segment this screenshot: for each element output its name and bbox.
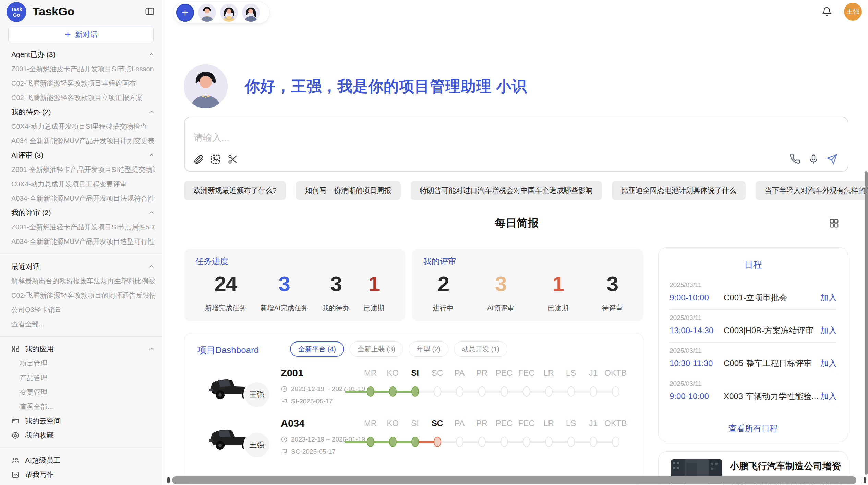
sidebar-item-change-mgmt[interactable]: 变更管理 (0, 385, 162, 399)
schedule-title: 日程 (659, 259, 848, 271)
suggestion-chip[interactable]: 如何写一份清晰的项目周报 (296, 181, 401, 200)
item-label: A034-全新新能源MUV产品开发项目造型可行性评审 (11, 237, 155, 246)
news-title: 小鹏飞行汽车制造公司增资 (730, 460, 841, 472)
chat-input[interactable] (194, 133, 708, 143)
milestone-dot (567, 386, 575, 397)
sidebar-item-creative-drawing[interactable]: 创意制图 (0, 482, 162, 485)
list-item[interactable]: Z001-全新燃油皮卡产品开发项目SI节点Lesson Learn报告 (0, 62, 162, 76)
sidebar-item-ai-super-staff[interactable]: AI超级员工 (0, 453, 162, 468)
view-all-chats[interactable]: 查看全部... (0, 317, 162, 331)
item-label: 解释最新出台的欧盟报废车法规再生塑料比例被调至15%... (11, 276, 155, 286)
tab-model-year[interactable]: 年型 (2) (409, 341, 448, 357)
attachment-icon[interactable] (193, 154, 204, 165)
item-label: C0X4-动力总成开发项目SI里程碑提交物检查 (11, 122, 147, 131)
list-item[interactable]: C02-飞腾新能源轻客改款项目的闭环通告反馈情况 (0, 288, 162, 302)
flag-icon (281, 398, 288, 405)
milestone-label: MR (359, 419, 382, 428)
agent-avatar-3[interactable] (242, 4, 260, 22)
list-item[interactable]: A034-全新新能源MUV产品开发项目计划变更表编写 (0, 134, 162, 148)
list-item[interactable]: 公司Q3轻卡销量 (0, 302, 162, 317)
view-all-schedule-link[interactable]: 查看所有日程 (659, 423, 848, 434)
project-code: Z001 (281, 368, 303, 379)
user-avatar[interactable]: 王强 (844, 3, 862, 21)
section-recent-chats[interactable]: 最近对话 (0, 259, 162, 274)
section-agent-done[interactable]: Agent已办 (3) (0, 47, 162, 62)
list-item[interactable]: A034-全新新能源MUV产品开发项目造型可行性评审 (0, 234, 162, 249)
event-time: 10:30-11:30 (670, 359, 724, 368)
stat: 3我的待办 (322, 272, 350, 313)
vertical-scrollbar-thumb[interactable] (865, 171, 868, 475)
join-link[interactable]: 加入 (820, 292, 837, 303)
microphone-icon[interactable] (808, 154, 819, 165)
send-icon[interactable] (827, 154, 837, 165)
sidebar-item-project-mgmt[interactable]: 项目管理 (0, 356, 162, 371)
join-link[interactable]: 加入 (820, 391, 837, 402)
list-item[interactable]: C0X4-动力总成开发项目工程变更评审 (0, 177, 162, 191)
suggestion-chip[interactable]: 比亚迪全固态电池计划具体说了什么 (612, 181, 746, 200)
suggestion-chip[interactable]: 特朗普可能对进口汽车增税会对中国车企造成哪些影响 (411, 181, 602, 200)
agent-avatar-1[interactable] (198, 4, 216, 22)
project-row[interactable]: 王强 Z001 2023-12-19 ~ 2027-01-19 SI-2025-… (184, 367, 643, 417)
milestone-dot (389, 386, 397, 397)
horizontal-scrollbar-thumb[interactable] (172, 476, 856, 484)
project-row[interactable]: 王强 A034 2023-12-19 ~ 2026-01-19 SC-2025-… (184, 417, 643, 468)
people-icon (11, 456, 20, 464)
sidebar-item-favorites[interactable]: 我的收藏 (0, 428, 162, 443)
suggestion-chip[interactable]: 当下年轻人对汽车外观有怎样的喜好趋势 (756, 181, 868, 200)
input-toolbar-left (193, 154, 238, 165)
list-item[interactable]: Z001-全新燃油轻卡产品开发项目SI造型提交物评审 (0, 162, 162, 177)
item-label: Z001-全新燃油轻卡产品开发项目SI造型提交物评审 (11, 165, 155, 174)
project-code: A034 (281, 418, 304, 429)
milestone-dot (456, 386, 463, 397)
scroll-right-arrow[interactable] (864, 477, 866, 483)
new-agent-button[interactable] (176, 4, 194, 22)
section-my-todo[interactable]: 我的待办 (2) (0, 105, 162, 119)
event-name: C003|H0B-方案冻结评审 (724, 325, 820, 336)
notification-bell-icon[interactable] (821, 6, 832, 17)
milestone-dot (434, 386, 441, 397)
schedule-event: 2025/03/11 10:30-11:30C005-整车工程目标评审加入 (659, 343, 848, 375)
item-label: C02-飞腾新能源轻客改款项目里程碑画布 (11, 79, 136, 88)
schedule-event: 2025/03/11 9:00-10:00C001-立项审批会加入 (659, 277, 848, 309)
list-item[interactable]: Z001-全新燃油轻卡产品开发项目SI节点属性5D文件评审 (0, 220, 162, 234)
agent-avatar-2[interactable] (220, 4, 238, 22)
tab-new-body[interactable]: 全新上装 (3) (350, 341, 403, 357)
tab-powertrain[interactable]: 动总开发 (1) (454, 341, 507, 357)
owner-badge: 王强 (243, 381, 270, 408)
list-item[interactable]: A034-全新新能源MUV产品开发项目法规符合性评审 (0, 191, 162, 206)
new-chat-button[interactable]: 新对话 (8, 27, 154, 42)
tab-all-new-platform[interactable]: 全新平台 (4) (290, 341, 344, 357)
milestone-dot (567, 437, 575, 447)
stats-row: 24新增完成任务 3新增AI完成任务 3我的待办 1已逾期 (195, 272, 394, 313)
stat-value: 3 (260, 272, 308, 296)
suggestion-chip[interactable]: 欧洲新规最近颁布了什么? (184, 181, 286, 200)
scissors-icon[interactable] (227, 154, 238, 165)
section-my-review[interactable]: 我的评审 (2) (0, 206, 162, 220)
sidebar-item-help-me-write[interactable]: 帮我写作 (0, 468, 162, 482)
image-icon[interactable] (210, 154, 221, 165)
list-item[interactable]: C0X4-动力总成开发项目SI里程碑提交物检查 (0, 119, 162, 134)
join-link[interactable]: 加入 (820, 325, 837, 336)
layout-grid-icon[interactable] (829, 218, 840, 229)
milestone-label: PEC (493, 368, 515, 378)
milestone-dot (411, 437, 419, 447)
sidebar-item-cloud-space[interactable]: 我的云空间 (0, 414, 162, 428)
section-my-apps[interactable]: 我的应用 (0, 342, 162, 356)
list-item[interactable]: C02-飞腾新能源轻客改款项目里程碑画布 (0, 76, 162, 90)
list-item[interactable]: C02-飞腾新能源轻客改款项目立项汇报方案 (0, 90, 162, 105)
milestone-label: LS (560, 368, 582, 378)
item-label: AI超级员工 (25, 456, 61, 465)
event-date: 2025/03/11 (670, 281, 837, 289)
sidebar-collapse-icon[interactable] (145, 6, 155, 16)
view-all-apps[interactable]: 查看全部... (0, 399, 162, 414)
section-ai-review[interactable]: AI评审 (3) (0, 148, 162, 162)
sidebar-item-product-mgmt[interactable]: 产品管理 (0, 371, 162, 385)
scroll-left-arrow[interactable] (167, 477, 170, 483)
phone-icon[interactable] (789, 154, 800, 165)
stat: 2进行中 (433, 272, 454, 313)
event-name: C001-立项审批会 (724, 292, 820, 303)
milestone-label: SI (404, 419, 426, 428)
topbar-right: 王强 (821, 3, 862, 21)
join-link[interactable]: 加入 (820, 358, 837, 369)
list-item[interactable]: 解释最新出台的欧盟报废车法规再生塑料比例被调至15%... (0, 274, 162, 288)
